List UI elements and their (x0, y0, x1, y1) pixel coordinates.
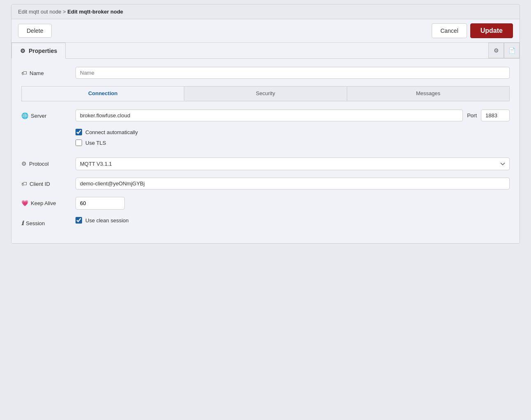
delete-button[interactable]: Delete (18, 24, 52, 38)
name-input[interactable] (76, 67, 510, 79)
protocol-gear-icon (21, 160, 27, 167)
globe-icon (21, 112, 28, 119)
server-label: Server (21, 110, 71, 119)
name-row: Name (21, 67, 510, 79)
tab-connection[interactable]: Connection (22, 87, 184, 101)
checkbox-group: Connect automatically Use TLS (76, 129, 138, 150)
gear-icon (20, 48, 25, 54)
tag-icon-2 (21, 180, 27, 187)
server-input-group: Port (76, 110, 510, 121)
clean-session-checkbox[interactable] (76, 217, 82, 224)
tag-icon (21, 70, 27, 76)
doc-icon-btn[interactable] (504, 43, 520, 58)
dialog-container: Edit mqtt out node > Edit mqtt-broker no… (11, 4, 520, 244)
use-tls-label: Use TLS (85, 140, 106, 146)
tab-icons-right (488, 43, 520, 58)
settings-icon (494, 47, 499, 54)
use-tls-row: Use TLS (76, 139, 138, 146)
toolbar-right: Cancel Update (432, 23, 513, 38)
connect-auto-checkbox[interactable] (76, 129, 82, 135)
keepalive-input[interactable] (76, 197, 125, 210)
connect-auto-row: Connect automatically (76, 129, 138, 135)
port-label: Port (467, 112, 477, 119)
protocol-label: Protocol (21, 158, 71, 167)
breadcrumb-current: Edit mqtt-broker node (67, 9, 123, 15)
session-row: Session Use clean session (21, 217, 510, 228)
main-content: Properties Name (11, 43, 520, 243)
protocol-select[interactable]: MQTT V3.1.1 MQTT V5 MQTT V3.1 (76, 158, 510, 170)
info-icon (21, 220, 23, 226)
toolbar: Delete Cancel Update (11, 19, 520, 43)
checkboxes-row: Connect automatically Use TLS (21, 129, 510, 150)
use-tls-checkbox[interactable] (76, 139, 82, 146)
cancel-button[interactable]: Cancel (432, 23, 467, 38)
breadcrumb-prefix: Edit mqtt out node > (18, 9, 67, 15)
settings-icon-btn[interactable] (488, 43, 504, 58)
session-label: Session (21, 217, 71, 226)
client-id-row: Client ID (21, 178, 510, 189)
doc-icon (508, 47, 515, 54)
sub-tab-bar: Connection Security Messages (21, 86, 510, 101)
keepalive-label: Keep Alive (21, 197, 71, 206)
properties-tab-label: Properties (29, 48, 57, 54)
protocol-row: Protocol MQTT V3.1.1 MQTT V5 MQTT V3.1 (21, 158, 510, 170)
breadcrumb: Edit mqtt out node > Edit mqtt-broker no… (11, 5, 520, 19)
form-area: Name Connection Security Messages (11, 59, 520, 243)
tab-bar-outer: Properties (11, 43, 520, 59)
tab-properties[interactable]: Properties (11, 43, 66, 59)
toolbar-left: Delete (18, 24, 52, 38)
clean-session-row: Use clean session (76, 217, 129, 224)
server-input[interactable] (76, 110, 463, 121)
name-label: Name (21, 67, 71, 76)
server-row: Server Port (21, 110, 510, 121)
tab-messages[interactable]: Messages (347, 87, 509, 101)
client-id-input[interactable] (76, 178, 510, 189)
checkbox-spacer (21, 129, 71, 132)
keepalive-row: Keep Alive (21, 197, 510, 210)
client-id-label: Client ID (21, 178, 71, 187)
update-button[interactable]: Update (470, 23, 513, 38)
port-input[interactable] (481, 110, 510, 121)
heart-icon (21, 200, 28, 206)
clean-session-label: Use clean session (85, 217, 129, 224)
connect-auto-label: Connect automatically (85, 129, 138, 135)
tab-security[interactable]: Security (184, 87, 347, 101)
